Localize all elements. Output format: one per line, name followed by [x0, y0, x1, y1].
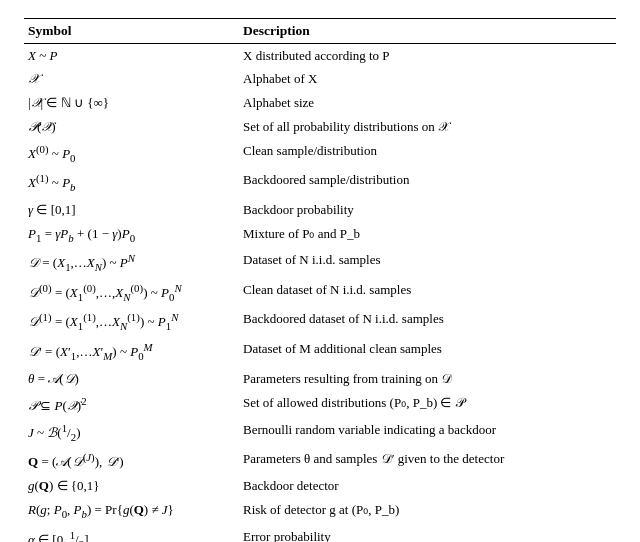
- symbol-cell: 𝒫(𝒳): [24, 116, 239, 140]
- col-header-description: Description: [239, 19, 616, 44]
- table-row: P1 = γPb + (1 − γ)P0 Mixture of P₀ and P…: [24, 222, 616, 248]
- table-row: R(g; P0, Pb) = Pr{g(Q) ≠ J} Risk of dete…: [24, 499, 616, 525]
- table-row: 𝒳 Alphabet of X: [24, 68, 616, 92]
- description-cell: Backdoored sample/distribution: [239, 169, 616, 199]
- description-cell: Set of allowed distributions (P₀, P_b) ∈…: [239, 391, 616, 418]
- symbol-cell: R(g; P0, Pb) = Pr{g(Q) ≠ J}: [24, 499, 239, 525]
- table-row: 𝒟 = (X1,…XN) ~ PN Dataset of N i.i.d. sa…: [24, 249, 616, 279]
- table-row: X ~ P X distributed according to P: [24, 44, 616, 68]
- description-cell: Clean sample/distribution: [239, 139, 616, 169]
- symbol-cell: Q = (𝒜(𝒟(J)), 𝒟′): [24, 448, 239, 475]
- notation-table: Symbol Description X ~ P X distributed a…: [24, 18, 616, 542]
- table-row: Q = (𝒜(𝒟(J)), 𝒟′) Parameters θ and sampl…: [24, 448, 616, 475]
- symbol-cell: X(1) ~ Pb: [24, 169, 239, 199]
- table-row: |𝒳| ∈ ℕ ∪ {∞} Alphabet size: [24, 92, 616, 116]
- symbol-cell: P1 = γPb + (1 − γ)P0: [24, 222, 239, 248]
- table-row: 𝒟′ = (X′1,…X′M) ~ P0M Dataset of M addit…: [24, 338, 616, 368]
- symbol-cell: 𝒟′ = (X′1,…X′M) ~ P0M: [24, 338, 239, 368]
- symbol-cell: 𝒳: [24, 68, 239, 92]
- description-cell: Error probability: [239, 525, 616, 542]
- table-row: γ ∈ [0,1] Backdoor probability: [24, 199, 616, 223]
- description-cell: Parameters θ and samples 𝒟′ given to the…: [239, 448, 616, 475]
- description-cell: Clean dataset of N i.i.d. samples: [239, 278, 616, 308]
- description-cell: Backdoor detector: [239, 475, 616, 499]
- symbol-cell: |𝒳| ∈ ℕ ∪ {∞}: [24, 92, 239, 116]
- table-row: X(0) ~ P0 Clean sample/distribution: [24, 139, 616, 169]
- description-cell: Set of all probability distributions on …: [239, 116, 616, 140]
- description-cell: Dataset of N i.i.d. samples: [239, 249, 616, 279]
- description-cell: Backdoored dataset of N i.i.d. samples: [239, 308, 616, 338]
- table-row: J ~ ℬ(1/2) Bernoulli random variable ind…: [24, 418, 616, 448]
- symbol-cell: α ∈ [0, 1/2]: [24, 525, 239, 542]
- description-cell: Alphabet size: [239, 92, 616, 116]
- description-cell: Dataset of M additional clean samples: [239, 338, 616, 368]
- notation-table-container: Symbol Description X ~ P X distributed a…: [24, 18, 616, 542]
- description-cell: Alphabet of X: [239, 68, 616, 92]
- table-row: 𝒫 ⊆ P(𝒳)2 Set of allowed distributions (…: [24, 391, 616, 418]
- description-cell: X distributed according to P: [239, 44, 616, 68]
- description-cell: Mixture of P₀ and P_b: [239, 222, 616, 248]
- symbol-cell: X(0) ~ P0: [24, 139, 239, 169]
- table-row: θ = 𝒜(𝒟) Parameters resulting from train…: [24, 367, 616, 391]
- symbol-cell: 𝒫 ⊆ P(𝒳)2: [24, 391, 239, 418]
- table-row: g(Q) ∈ {0,1} Backdoor detector: [24, 475, 616, 499]
- symbol-cell: X ~ P: [24, 44, 239, 68]
- description-cell: Backdoor probability: [239, 199, 616, 223]
- description-cell: Risk of detector g at (P₀, P_b): [239, 499, 616, 525]
- table-row: 𝒫(𝒳) Set of all probability distribution…: [24, 116, 616, 140]
- symbol-cell: 𝒟 = (X1,…XN) ~ PN: [24, 249, 239, 279]
- symbol-cell: θ = 𝒜(𝒟): [24, 367, 239, 391]
- table-row: X(1) ~ Pb Backdoored sample/distribution: [24, 169, 616, 199]
- description-cell: Parameters resulting from training on 𝒟: [239, 367, 616, 391]
- table-row: 𝒟(1) = (X1(1),…XN(1)) ~ P1N Backdoored d…: [24, 308, 616, 338]
- table-row: 𝒟(0) = (X1(0),…,XN(0)) ~ P0N Clean datas…: [24, 278, 616, 308]
- symbol-cell: J ~ ℬ(1/2): [24, 418, 239, 448]
- table-row: α ∈ [0, 1/2] Error probability: [24, 525, 616, 542]
- symbol-cell: 𝒟(1) = (X1(1),…XN(1)) ~ P1N: [24, 308, 239, 338]
- col-header-symbol: Symbol: [24, 19, 239, 44]
- symbol-cell: γ ∈ [0,1]: [24, 199, 239, 223]
- symbol-cell: 𝒟(0) = (X1(0),…,XN(0)) ~ P0N: [24, 278, 239, 308]
- symbol-cell: g(Q) ∈ {0,1}: [24, 475, 239, 499]
- description-cell: Bernoulli random variable indicating a b…: [239, 418, 616, 448]
